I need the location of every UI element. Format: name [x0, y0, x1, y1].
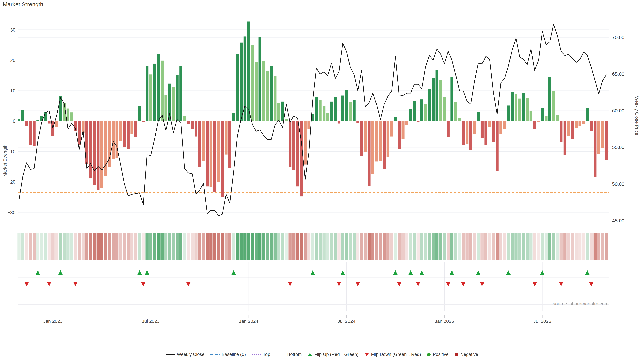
- strength-bar[interactable]: [164, 95, 167, 121]
- strength-bar[interactable]: [191, 121, 194, 129]
- heatmap-cell[interactable]: [281, 233, 284, 260]
- heatmap-cell[interactable]: [48, 233, 51, 260]
- heatmap-cell[interactable]: [443, 233, 446, 260]
- strength-bar[interactable]: [578, 121, 582, 126]
- strength-bar[interactable]: [601, 121, 604, 148]
- heatmap-cell[interactable]: [243, 233, 246, 260]
- heatmap-cell[interactable]: [424, 233, 427, 260]
- strength-bar[interactable]: [206, 121, 209, 186]
- heatmap-cell[interactable]: [78, 233, 81, 260]
- heatmap-cell[interactable]: [466, 233, 468, 260]
- heatmap-cell[interactable]: [450, 233, 454, 260]
- strength-bar[interactable]: [500, 121, 502, 134]
- heatmap-cell[interactable]: [326, 233, 329, 260]
- strength-bar[interactable]: [278, 103, 280, 121]
- heatmap-cell[interactable]: [492, 233, 495, 260]
- heatmap-cell[interactable]: [21, 233, 24, 260]
- strength-bar[interactable]: [420, 99, 423, 121]
- strength-bar[interactable]: [119, 121, 122, 141]
- strength-bar[interactable]: [526, 98, 528, 121]
- strength-bar[interactable]: [514, 94, 518, 121]
- heatmap-cell[interactable]: [51, 233, 54, 260]
- strength-bar[interactable]: [112, 121, 114, 159]
- legend-item-weekly-close[interactable]: Weekly Close: [166, 352, 204, 357]
- legend-item-baseline[interactable]: Baseline (0): [210, 352, 246, 357]
- strength-bar[interactable]: [507, 105, 510, 121]
- heatmap-cell[interactable]: [563, 233, 566, 260]
- flip-up-marker[interactable]: [145, 270, 150, 275]
- flip-down-marker[interactable]: [141, 282, 146, 286]
- heatmap-cell[interactable]: [522, 233, 525, 260]
- strength-bar[interactable]: [225, 121, 228, 155]
- heatmap-cell[interactable]: [582, 233, 585, 260]
- strength-bar[interactable]: [221, 121, 224, 197]
- heatmap-cell[interactable]: [435, 233, 438, 260]
- strength-bar[interactable]: [93, 121, 96, 185]
- heatmap-cell[interactable]: [469, 233, 472, 260]
- heatmap-cell[interactable]: [398, 233, 401, 260]
- heatmap-cell[interactable]: [315, 233, 318, 260]
- strength-bar[interactable]: [150, 74, 152, 121]
- heatmap-cell[interactable]: [202, 233, 205, 260]
- strength-bar[interactable]: [308, 121, 310, 129]
- strength-bar[interactable]: [575, 121, 578, 128]
- strength-bar[interactable]: [29, 121, 32, 145]
- heatmap-cell[interactable]: [364, 233, 367, 260]
- flip-down-marker[interactable]: [461, 282, 466, 286]
- strength-bar[interactable]: [232, 113, 235, 121]
- flip-up-marker[interactable]: [340, 270, 345, 275]
- heatmap-cell[interactable]: [590, 233, 593, 260]
- heatmap-cell[interactable]: [36, 233, 40, 260]
- strength-bar[interactable]: [484, 121, 487, 145]
- strength-bar[interactable]: [270, 66, 273, 121]
- heatmap-cell[interactable]: [168, 233, 171, 260]
- flip-down-marker[interactable]: [559, 282, 564, 286]
- strength-bar[interactable]: [187, 121, 190, 124]
- heatmap-cell[interactable]: [29, 233, 32, 260]
- heatmap-cell[interactable]: [251, 233, 254, 260]
- heatmap-cell[interactable]: [499, 233, 502, 260]
- flip-down-marker[interactable]: [589, 282, 594, 286]
- heatmap-cell[interactable]: [394, 233, 397, 260]
- strength-bar[interactable]: [123, 121, 126, 147]
- heatmap-cell[interactable]: [368, 233, 371, 260]
- heatmap-cell[interactable]: [330, 233, 333, 260]
- heatmap-cell[interactable]: [40, 233, 43, 260]
- heatmap-cell[interactable]: [187, 233, 190, 260]
- strength-bar[interactable]: [545, 116, 548, 121]
- heatmap-cell[interactable]: [119, 233, 122, 260]
- strength-bar[interactable]: [180, 66, 182, 121]
- strength-bar[interactable]: [548, 77, 551, 121]
- heatmap-cell[interactable]: [560, 233, 563, 260]
- heatmap-cell[interactable]: [371, 233, 374, 260]
- heatmap-cell[interactable]: [142, 233, 145, 260]
- strength-bar[interactable]: [334, 97, 337, 121]
- strength-bar[interactable]: [582, 121, 585, 124]
- heatmap-cell[interactable]: [172, 233, 175, 260]
- legend-item-top[interactable]: Top: [252, 352, 270, 357]
- strength-bar[interactable]: [473, 121, 476, 134]
- strength-bar[interactable]: [146, 66, 148, 121]
- strength-bar[interactable]: [594, 121, 596, 177]
- heatmap-cell[interactable]: [59, 233, 62, 260]
- strength-bar[interactable]: [379, 121, 382, 161]
- strength-bar[interactable]: [319, 100, 322, 121]
- heatmap-cell[interactable]: [18, 233, 20, 260]
- heatmap-cell[interactable]: [55, 233, 58, 260]
- strength-bar[interactable]: [89, 121, 92, 178]
- heatmap-cell[interactable]: [341, 233, 344, 260]
- heatmap-cell[interactable]: [439, 233, 442, 260]
- strength-bar[interactable]: [161, 60, 164, 121]
- heatmap-cell[interactable]: [586, 233, 589, 260]
- strength-bar[interactable]: [153, 63, 156, 121]
- flip-down-marker[interactable]: [480, 282, 484, 286]
- strength-bar[interactable]: [443, 97, 446, 121]
- heatmap-cell[interactable]: [349, 233, 352, 260]
- strength-bar[interactable]: [386, 121, 390, 157]
- strength-bar[interactable]: [488, 121, 491, 127]
- strength-bar[interactable]: [127, 121, 130, 149]
- heatmap-cell[interactable]: [266, 233, 269, 260]
- flip-down-marker[interactable]: [356, 282, 360, 286]
- heatmap-cell[interactable]: [352, 233, 356, 260]
- heatmap-cell[interactable]: [100, 233, 103, 260]
